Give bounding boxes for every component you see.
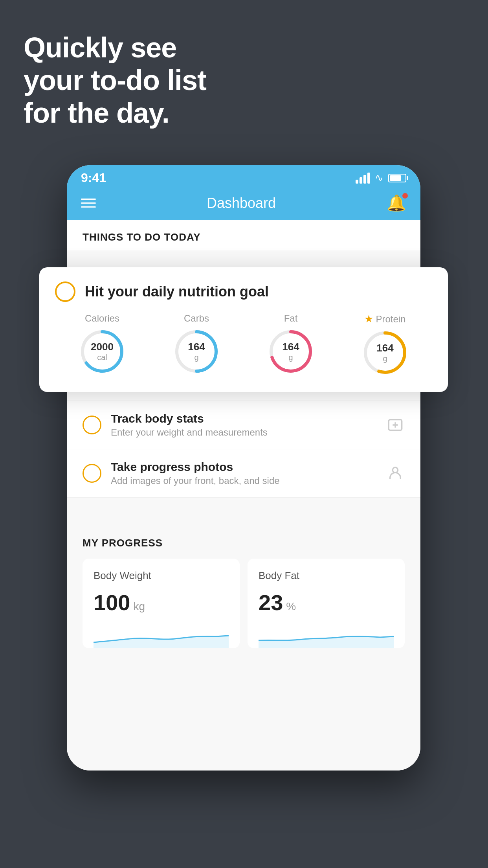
notification-bell[interactable]: 🔔	[387, 194, 406, 212]
body-fat-unit: %	[286, 600, 296, 613]
calories-value: 2000	[91, 341, 114, 353]
progress-header: MY PROGRESS	[83, 537, 405, 549]
todo-text-body-stats: Track body stats Enter your weight and m…	[111, 412, 376, 438]
fat-unit: g	[282, 353, 299, 362]
nutrition-carbs: Carbs 164 g	[173, 313, 220, 375]
body-weight-value-row: 100 kg	[94, 590, 229, 615]
todo-text-photos: Take progress photos Add images of your …	[111, 460, 376, 486]
body-weight-sparkline	[94, 625, 229, 648]
body-fat-value: 23	[259, 590, 283, 615]
fat-ring: 164 g	[267, 328, 314, 375]
signal-icon	[356, 173, 370, 184]
nutrition-calories-label: Calories	[85, 313, 119, 324]
body-weight-unit: kg	[133, 600, 145, 613]
hero-text: Quickly see your to-do list for the day.	[24, 31, 206, 129]
todo-circle-body-stats	[83, 416, 101, 434]
progress-section: MY PROGRESS Body Weight 100 kg	[67, 521, 420, 648]
todo-subtitle-body-stats: Enter your weight and measurements	[111, 427, 376, 438]
todo-item-photos[interactable]: Take progress photos Add images of your …	[67, 449, 420, 498]
star-icon: ★	[364, 313, 373, 325]
spacer	[67, 498, 420, 521]
body-fat-title: Body Fat	[259, 570, 394, 582]
person-icon	[386, 464, 405, 483]
carbs-ring: 164 g	[173, 328, 220, 375]
hero-line1: Quickly see	[24, 31, 206, 64]
svg-point-1	[393, 467, 398, 473]
nutrition-row: Calories 2000 cal Carbs	[55, 313, 432, 376]
nutrition-card-title: Hit your daily nutrition goal	[85, 283, 269, 300]
calories-ring: 2000 cal	[79, 328, 126, 375]
nutrition-fat-label: Fat	[284, 313, 298, 324]
progress-cards: Body Weight 100 kg Body Fat	[83, 559, 405, 648]
protein-ring-text: 164 g	[376, 342, 393, 363]
nutrition-fat: Fat 164 g	[267, 313, 314, 375]
things-today-header: THINGS TO DO TODAY	[67, 220, 420, 250]
protein-value: 164	[376, 342, 393, 354]
wifi-icon: ∿	[375, 172, 383, 184]
body-fat-sparkline	[259, 625, 394, 648]
status-time: 9:41	[81, 171, 106, 185]
todo-item-body-stats[interactable]: Track body stats Enter your weight and m…	[67, 401, 420, 449]
fat-ring-text: 164 g	[282, 341, 299, 362]
nutrition-card: Hit your daily nutrition goal Calories 2…	[39, 267, 448, 392]
body-weight-title: Body Weight	[94, 570, 229, 582]
nav-title: Dashboard	[207, 195, 276, 211]
body-fat-value-row: 23 %	[259, 590, 394, 615]
protein-ring: 164 g	[361, 329, 409, 376]
nutrition-protein-label: ★ Protein	[364, 313, 405, 325]
status-bar: 9:41 ∿	[67, 165, 420, 188]
body-weight-value: 100	[94, 590, 130, 615]
hero-line3: for the day.	[24, 97, 206, 129]
todo-circle-photos	[83, 464, 101, 483]
nutrition-protein-label-text: Protein	[376, 314, 405, 325]
nav-bar: Dashboard 🔔	[67, 188, 420, 220]
calories-unit: cal	[91, 353, 114, 362]
carbs-unit: g	[188, 353, 205, 362]
status-icons: ∿	[356, 172, 406, 184]
protein-unit: g	[376, 354, 393, 363]
nutrition-card-title-row: Hit your daily nutrition goal	[55, 281, 432, 302]
calories-ring-text: 2000 cal	[91, 341, 114, 362]
scale-icon	[386, 416, 405, 434]
todo-subtitle-photos: Add images of your front, back, and side	[111, 475, 376, 486]
todo-title-body-stats: Track body stats	[111, 412, 376, 425]
nutrition-protein: ★ Protein 164 g	[361, 313, 409, 376]
carbs-ring-text: 164 g	[188, 341, 205, 362]
nutrition-carbs-label: Carbs	[184, 313, 209, 324]
phone-mockup: 9:41 ∿ Dashboard 🔔 THINGS TO DO TODA	[67, 165, 420, 771]
body-weight-card[interactable]: Body Weight 100 kg	[83, 559, 240, 648]
carbs-value: 164	[188, 341, 205, 353]
todo-title-photos: Take progress photos	[111, 460, 376, 474]
battery-icon	[388, 174, 406, 182]
body-fat-card[interactable]: Body Fat 23 %	[248, 559, 405, 648]
nutrition-calories: Calories 2000 cal	[79, 313, 126, 375]
nutrition-circle-check	[55, 281, 75, 302]
hamburger-menu[interactable]	[81, 199, 96, 208]
fat-value: 164	[282, 341, 299, 353]
hero-line2: your to-do list	[24, 64, 206, 97]
notification-dot	[402, 193, 408, 199]
